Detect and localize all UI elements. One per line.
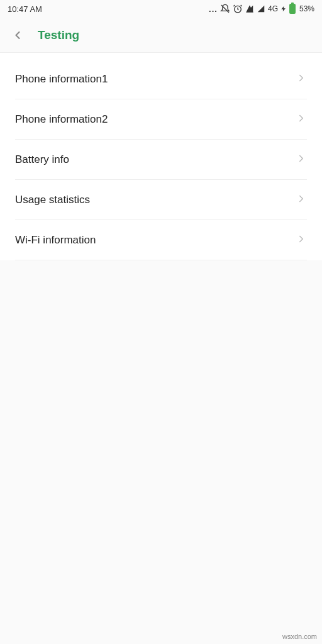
status-time: 10:47 AM xyxy=(8,4,42,14)
chevron-right-icon xyxy=(296,193,307,207)
signal-2-icon xyxy=(257,4,265,13)
mute-icon xyxy=(220,4,230,14)
charging-icon xyxy=(280,4,287,13)
status-icons: ... 4G xyxy=(209,4,314,14)
signal-1-icon xyxy=(245,4,254,13)
menu-item-label: Phone information1 xyxy=(15,73,108,86)
menu-item-label: Usage statistics xyxy=(15,194,90,206)
network-label: 4G xyxy=(268,4,278,13)
chevron-right-icon xyxy=(296,113,307,126)
alarm-icon xyxy=(233,4,243,14)
menu-item-phone-info-1[interactable]: Phone information1 xyxy=(0,59,322,99)
app-bar: Testing xyxy=(0,18,322,53)
menu-item-usage-statistics[interactable]: Usage statistics xyxy=(0,180,322,220)
menu-list: Phone information1 Phone information2 Ba… xyxy=(0,53,322,260)
menu-item-battery-info[interactable]: Battery info xyxy=(0,140,322,180)
back-button[interactable] xyxy=(10,28,25,43)
chevron-right-icon xyxy=(296,153,307,167)
page-title: Testing xyxy=(38,28,79,42)
chevron-right-icon xyxy=(296,233,307,247)
menu-item-phone-info-2[interactable]: Phone information2 xyxy=(0,99,322,140)
battery-icon xyxy=(289,4,296,14)
watermark: wsxdn.com xyxy=(282,633,317,640)
battery-percent: 53% xyxy=(299,4,314,13)
chevron-right-icon xyxy=(296,72,307,86)
menu-item-label: Phone information2 xyxy=(15,113,108,126)
more-icon: ... xyxy=(209,4,218,14)
status-bar: 10:47 AM ... xyxy=(0,0,322,18)
menu-item-label: Battery info xyxy=(15,153,69,166)
menu-item-label: Wi-Fi information xyxy=(15,234,96,247)
chevron-left-icon xyxy=(11,29,24,42)
menu-item-wifi-information[interactable]: Wi-Fi information xyxy=(0,220,322,260)
